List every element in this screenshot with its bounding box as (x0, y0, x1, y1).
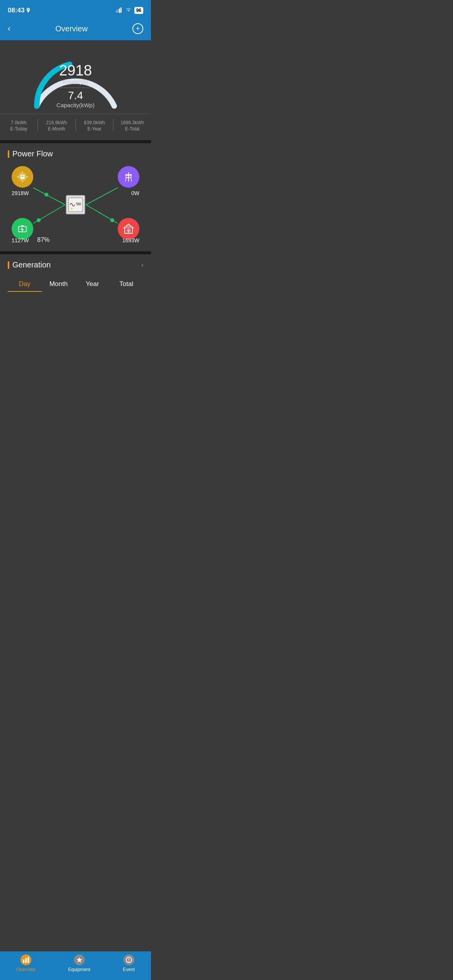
section-accent (8, 150, 9, 158)
e-total-label: E-Total (115, 126, 149, 132)
svg-rect-0 (116, 10, 117, 13)
svg-line-26 (131, 178, 132, 182)
svg-rect-32 (21, 225, 24, 227)
svg-line-4 (33, 188, 65, 205)
energy-stat-total: 1699.3kWh E-Total (113, 119, 151, 132)
e-month-value: 216.9kWh (40, 119, 74, 125)
svg-marker-33 (21, 227, 24, 232)
e-year-label: E-Year (78, 126, 112, 132)
e-today-value: 7.0kWh (2, 119, 36, 125)
solar-icon (12, 166, 33, 188)
house-icon (118, 218, 139, 240)
e-year-value: 839.0kWh (78, 119, 112, 125)
solar-label: 2918W (12, 190, 29, 196)
energy-stats: 7.0kWh E-Today 216.9kWh E-Month 839.0kWh… (0, 114, 151, 136)
back-button[interactable]: ‹ (8, 24, 10, 34)
energy-stat-month: 216.9kWh E-Month (38, 119, 76, 132)
gauge-text: 2918 Power(W) 7.4 Capacity(kWp) (57, 63, 94, 108)
generation-title: Generation (12, 260, 51, 269)
section-separator-2 (0, 251, 151, 254)
energy-stat-today: 7.0kWh E-Today (0, 119, 38, 132)
bottom-spacer (0, 300, 151, 331)
svg-text:⚡: ⚡ (70, 207, 74, 211)
e-month-label: E-Month (40, 126, 74, 132)
inverter-icon: ⚡ (66, 195, 85, 214)
tab-month[interactable]: Month (42, 277, 76, 292)
e-total-value: 1699.3kWh (115, 119, 149, 125)
page-title: Overview (55, 24, 88, 33)
battery-icon (12, 218, 33, 240)
svg-line-7 (33, 205, 65, 223)
power-flow-title: Power Flow (12, 149, 53, 158)
generation-arrow[interactable]: › (141, 262, 143, 269)
svg-rect-3 (120, 7, 122, 13)
svg-line-6 (86, 188, 118, 205)
grid-icon (118, 166, 139, 188)
tab-total[interactable]: Total (110, 277, 144, 292)
generation-tabs: Day Month Year Total (8, 277, 143, 292)
svg-line-9 (86, 205, 118, 223)
status-right: 96 (116, 7, 143, 14)
power-label: Power(W) (57, 79, 94, 85)
generation-section: Generation › Day Month Year Total (0, 254, 151, 300)
tab-day[interactable]: Day (8, 277, 42, 292)
svg-rect-2 (119, 9, 120, 13)
svg-point-10 (110, 218, 114, 222)
add-button[interactable]: + (132, 23, 143, 34)
e-today-label: E-Today (2, 126, 36, 132)
location-icon (26, 8, 31, 13)
signal-icon (116, 7, 123, 14)
energy-stat-year: 839.0kWh E-Year (76, 119, 114, 132)
tab-year[interactable]: Year (76, 277, 110, 292)
generation-title-row: Generation › (8, 260, 143, 269)
battery-percentage: 87% (37, 236, 50, 243)
power-value: 2918 (57, 63, 94, 78)
capacity-value: 7.4 (57, 90, 94, 101)
svg-line-25 (125, 178, 126, 182)
power-flow-section: Power Flow (0, 143, 151, 251)
app-header: ‹ Overview + (0, 19, 151, 40)
svg-point-8 (37, 218, 41, 222)
gauge-container: 2918 Power(W) 7.4 Capacity(kWp) (25, 48, 126, 110)
svg-rect-1 (117, 9, 118, 13)
status-bar: 08:43 96 (0, 0, 151, 19)
wifi-icon (125, 7, 132, 14)
svg-point-5 (45, 193, 48, 197)
battery-label: 1127W (12, 237, 29, 243)
power-flow-title-row: Power Flow (8, 149, 143, 158)
generation-accent (8, 261, 9, 269)
gauge-section: 2918 Power(W) 7.4 Capacity(kWp) 7.0kWh E… (0, 40, 151, 140)
status-time: 08:43 (8, 7, 31, 14)
grid-label: 0W (131, 190, 139, 196)
capacity-label: Capacity(kWp) (57, 102, 94, 108)
house-label: 1693W (122, 237, 139, 243)
flow-diagram: ⚡ 2918W 0W 1127W 87% (8, 166, 143, 243)
gauge-divider (60, 87, 91, 88)
section-separator-1 (0, 140, 151, 143)
battery-badge: 96 (134, 7, 143, 14)
